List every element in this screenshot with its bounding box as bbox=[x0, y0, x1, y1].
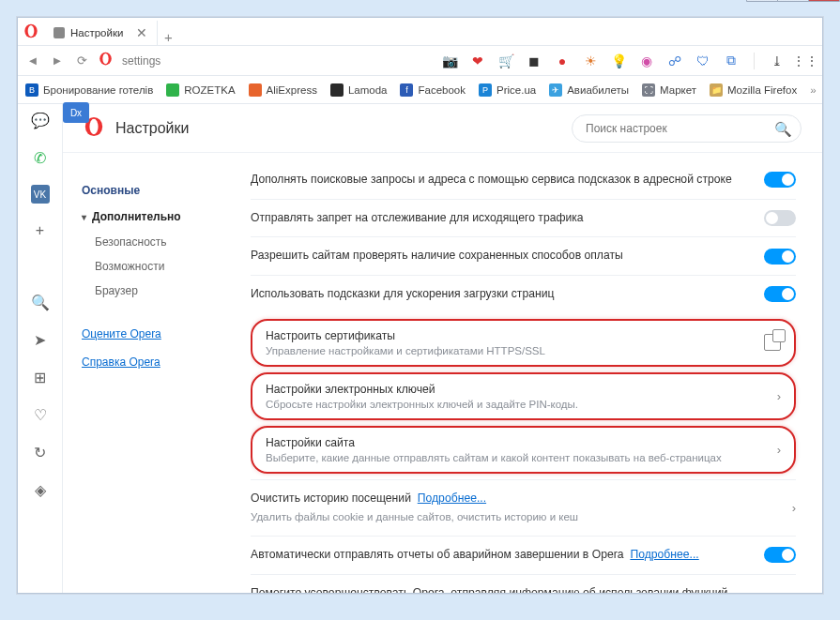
connect-icon[interactable]: ☍ bbox=[665, 52, 684, 70]
bookmark-market[interactable]: ⛶Маркет bbox=[642, 83, 696, 97]
bookmarks-bar: BБронирование готелів ROZETKA AliExpress… bbox=[18, 76, 822, 104]
setting-certificates[interactable]: Настроить сертификаты Управление настрой… bbox=[251, 319, 796, 367]
settings-sidenav: Основные Дополнительно Безопасность Возм… bbox=[63, 153, 251, 593]
settings-search: 🔍 bbox=[572, 114, 802, 143]
whatsapp-icon[interactable]: ✆ bbox=[30, 147, 51, 168]
sidenav-browser[interactable]: Браузер bbox=[74, 279, 247, 303]
toggle-on[interactable] bbox=[764, 172, 796, 188]
bookmark-priceua[interactable]: PPrice.ua bbox=[479, 83, 536, 97]
address-text[interactable]: settings bbox=[122, 54, 160, 68]
toggle-on[interactable] bbox=[764, 286, 796, 302]
favicon-icon: ✈ bbox=[549, 83, 562, 97]
search-icon: 🔍 bbox=[774, 121, 792, 138]
toggle-on[interactable] bbox=[764, 249, 796, 265]
back-button[interactable]: ◄ bbox=[25, 53, 40, 68]
bulb-icon[interactable]: 💡 bbox=[609, 52, 628, 70]
sidenav-basic[interactable]: Основные bbox=[74, 177, 247, 204]
search-input[interactable] bbox=[572, 114, 802, 143]
speed-dial-icon[interactable]: ⊞ bbox=[30, 367, 51, 387]
history-icon[interactable]: ↻ bbox=[30, 442, 51, 462]
bookmark-aliexpress[interactable]: AliExpress bbox=[249, 83, 317, 97]
desktop-background: — ☐ ✕ Настройки ✕ + ◄ ► ⟳ settings 📷 ❤ bbox=[0, 0, 840, 620]
tab-strip: Настройки ✕ + bbox=[18, 18, 822, 46]
extensions-icon[interactable]: ◈ bbox=[30, 479, 51, 500]
bookmarks-heart-icon[interactable]: ♡ bbox=[30, 404, 51, 425]
bookmark-facebook[interactable]: fFacebook bbox=[400, 83, 466, 97]
translate-badge[interactable]: Dx bbox=[63, 104, 89, 123]
tab-settings[interactable]: Настройки ✕ bbox=[44, 21, 158, 45]
new-tab-button[interactable]: + bbox=[158, 29, 178, 45]
browser-window: Настройки ✕ + ◄ ► ⟳ settings 📷 ❤ 🛒 ◼ ● ☀… bbox=[17, 17, 823, 594]
setting-security-keys[interactable]: Настройки электронных ключей Сбросьте на… bbox=[251, 372, 796, 420]
settings-body: Основные Дополнительно Безопасность Возм… bbox=[63, 153, 822, 593]
shield-icon[interactable]: 🛡 bbox=[694, 52, 712, 70]
toggle-off[interactable] bbox=[764, 210, 796, 226]
gear-icon bbox=[53, 27, 65, 38]
bookmark-booking[interactable]: BБронирование готелів bbox=[25, 83, 153, 97]
tab-title: Настройки bbox=[70, 27, 123, 38]
reload-button[interactable]: ⟳ bbox=[74, 53, 89, 68]
chevron-right-icon: › bbox=[777, 389, 781, 403]
forward-button[interactable]: ► bbox=[50, 53, 65, 68]
anime-icon[interactable]: ◉ bbox=[637, 52, 656, 70]
link-more[interactable]: Подробнее... bbox=[630, 548, 698, 561]
opera-logo-icon bbox=[99, 52, 113, 69]
badge-g-icon[interactable]: ◼ bbox=[525, 52, 543, 70]
sidebar-rail: 💬 ✆ VK + 🔍 ➤ ⊞ ♡ ↻ ◈ bbox=[18, 104, 63, 593]
separator bbox=[754, 53, 755, 69]
sidenav-help-opera[interactable]: Справка Opera bbox=[74, 350, 247, 374]
folder-icon: B bbox=[25, 83, 38, 97]
sidenav-features[interactable]: Возможности bbox=[74, 254, 247, 279]
bookmark-aviabilety[interactable]: ✈Авиабилеты bbox=[549, 83, 629, 97]
favicon-icon bbox=[330, 83, 344, 97]
toggle-on[interactable] bbox=[764, 547, 796, 563]
sidenav-advanced[interactable]: Дополнительно bbox=[74, 204, 247, 230]
setting-crash-reports: Автоматически отправлять отчеты об авари… bbox=[251, 536, 796, 574]
setting-clear-history[interactable]: Очистить историю посещений Подробнее... … bbox=[251, 479, 796, 536]
external-link-icon bbox=[764, 334, 781, 351]
setting-preload-pages: Использовать подсказки для ускорения заг… bbox=[251, 275, 796, 313]
minimize-button[interactable]: — bbox=[746, 0, 778, 2]
svg-point-3 bbox=[102, 53, 108, 64]
favicon-icon bbox=[166, 83, 179, 97]
sun-icon[interactable]: ☀ bbox=[581, 52, 600, 70]
address-bar: ◄ ► ⟳ settings 📷 ❤ 🛒 ◼ ● ☀ 💡 ◉ ☍ 🛡 ⧉ ⤓ ⋮… bbox=[18, 46, 822, 76]
bookmark-rozetka[interactable]: ROZETKA bbox=[166, 83, 235, 97]
setting-search-suggestions: Дополнять поисковые запросы и адреса с п… bbox=[251, 168, 796, 199]
add-messenger-button[interactable]: + bbox=[30, 220, 51, 241]
browser-icon[interactable]: ⧉ bbox=[722, 52, 741, 70]
sidenav-rate-opera[interactable]: Оцените Opera bbox=[74, 322, 247, 346]
close-tab-button[interactable]: ✕ bbox=[136, 25, 147, 40]
sidenav-security[interactable]: Безопасность bbox=[74, 230, 247, 254]
bookmark-mozilla[interactable]: 📁Mozilla Firefox bbox=[710, 83, 797, 97]
download-icon[interactable]: ⤓ bbox=[768, 52, 787, 70]
messenger-icon[interactable]: 💬 bbox=[30, 110, 51, 130]
setting-do-not-track: Отправлять запрет на отслеживание для ис… bbox=[251, 199, 796, 237]
cart-icon[interactable]: 🛒 bbox=[496, 52, 515, 70]
easy-setup-icon[interactable]: ⋮⋮ bbox=[796, 52, 815, 70]
window-controls: — ☐ ✕ bbox=[747, 0, 840, 2]
bookmarks-overflow[interactable]: » bbox=[810, 84, 816, 96]
opera-menu-button[interactable] bbox=[18, 17, 44, 45]
setting-site-settings[interactable]: Настройки сайта Выберите, какие данные о… bbox=[251, 426, 796, 474]
page-title: Настройки bbox=[115, 120, 189, 137]
favicon-icon: f bbox=[400, 83, 413, 97]
setting-usage-stats: Помогите усовершенствовать Opera, отправ… bbox=[251, 574, 796, 593]
camera-icon[interactable]: 📷 bbox=[440, 52, 459, 70]
favicon-icon: P bbox=[479, 83, 492, 97]
bookmark-lamoda[interactable]: Lamoda bbox=[330, 83, 388, 97]
close-window-button[interactable]: ✕ bbox=[808, 0, 840, 2]
folder-icon: 📁 bbox=[710, 83, 723, 97]
settings-list: Дополнять поисковые запросы и адреса с п… bbox=[251, 153, 822, 593]
chevron-right-icon: › bbox=[777, 443, 781, 457]
settings-header: Настройки 🔍 bbox=[63, 104, 822, 153]
setting-payment-check: Разрешить сайтам проверять наличие сохра… bbox=[251, 236, 796, 275]
vk-icon[interactable]: VK bbox=[31, 185, 50, 204]
send-icon[interactable]: ➤ bbox=[30, 329, 51, 350]
link-more[interactable]: Подробнее... bbox=[418, 491, 486, 505]
pinterest-icon[interactable]: ● bbox=[553, 52, 572, 70]
search-icon[interactable]: 🔍 bbox=[30, 292, 51, 312]
opera-logo-icon bbox=[23, 23, 38, 38]
maximize-button[interactable]: ☐ bbox=[777, 0, 809, 2]
heart-icon[interactable]: ❤ bbox=[468, 52, 487, 70]
